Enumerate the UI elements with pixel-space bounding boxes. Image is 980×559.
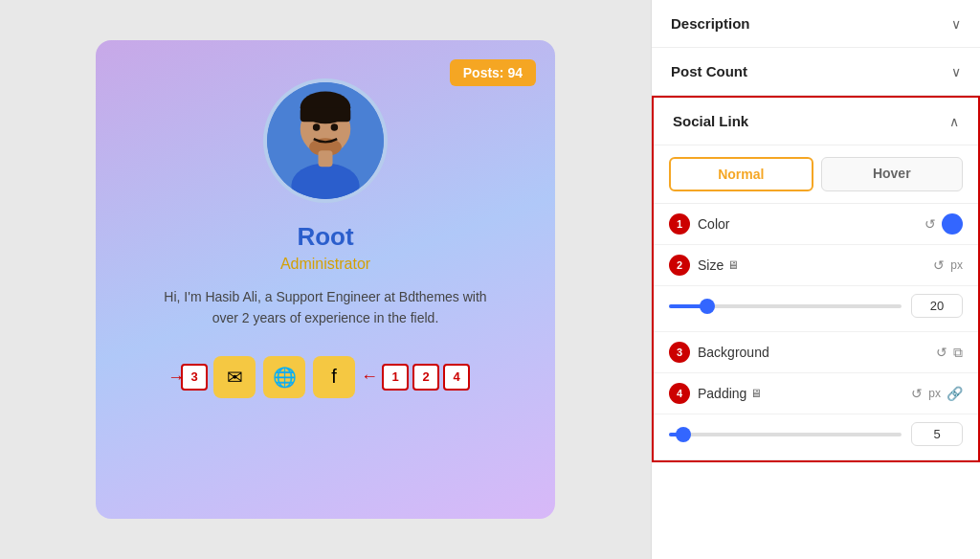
padding-reset-icon[interactable]: ↺	[911, 386, 923, 401]
post-count-chevron: ∨	[951, 64, 961, 79]
description-chevron: ∨	[951, 16, 961, 32]
social-link-section: Social Link ∧ Normal Hover 1 Color ↺ 2 S…	[652, 96, 980, 462]
background-control-actions: ↺ ⧉	[936, 345, 963, 361]
padding-unit: px	[928, 387, 941, 400]
post-count-label: Post Count	[671, 63, 747, 79]
social-link-label: Social Link	[673, 113, 748, 129]
size-slider[interactable]	[669, 297, 902, 316]
padding-monitor-icon: 🖥	[750, 387, 762, 400]
padding-control-actions: ↺ px 🔗	[911, 386, 963, 401]
post-count-section-header[interactable]: Post Count ∨	[652, 48, 980, 96]
globe-icon[interactable]: 🌐	[263, 356, 305, 398]
padding-slider-thumb[interactable]	[676, 427, 691, 442]
size-control-actions: ↺ px	[933, 257, 963, 273]
size-control-label: Size 🖥	[698, 257, 925, 273]
left-panel: Posts: 94	[0, 0, 651, 559]
padding-slider-track	[669, 433, 902, 436]
color-control-number: 1	[669, 213, 690, 235]
social-links-area: 3 → ✉ 🌐 f ← 1 2 4	[181, 356, 470, 398]
padding-slider[interactable]	[669, 425, 902, 444]
padding-control-label: Padding 🖥	[698, 386, 903, 401]
size-unit: px	[950, 258, 963, 272]
tab-hover[interactable]: Hover	[821, 157, 964, 191]
posts-badge: Posts: 94	[450, 59, 536, 86]
size-slider-track	[669, 304, 902, 308]
color-picker[interactable]	[942, 213, 963, 235]
svg-point-8	[331, 123, 339, 131]
badge-3: 3	[181, 364, 208, 391]
right-panel: Description ∨ Post Count ∨ Social Link ∧…	[651, 0, 980, 559]
facebook-icon[interactable]: f	[313, 356, 355, 398]
badge-1: 1	[382, 364, 409, 391]
padding-value-input[interactable]: 5	[911, 422, 963, 446]
padding-control-row: 4 Padding 🖥 ↺ px 🔗	[654, 373, 978, 414]
tab-row: Normal Hover	[654, 145, 978, 204]
description-section-header[interactable]: Description ∨	[652, 0, 980, 48]
padding-link-icon[interactable]: 🔗	[947, 386, 963, 401]
size-control-row: 2 Size 🖥 ↺ px	[654, 245, 978, 286]
color-control-row: 1 Color ↺	[654, 204, 978, 245]
size-slider-row: 20	[654, 286, 978, 332]
size-value-input[interactable]: 20	[911, 294, 963, 318]
description-label: Description	[671, 15, 750, 32]
size-reset-icon[interactable]: ↺	[933, 257, 945, 273]
color-reset-icon[interactable]: ↺	[924, 216, 936, 232]
profile-card: Posts: 94	[96, 40, 555, 519]
color-control-label: Color	[698, 216, 917, 232]
background-control-row: 3 Background ↺ ⧉	[654, 332, 978, 373]
background-copy-icon[interactable]: ⧉	[953, 345, 963, 361]
user-role: Administrator	[280, 256, 370, 273]
badge-2: 2	[412, 364, 439, 391]
size-slider-thumb[interactable]	[700, 299, 715, 314]
padding-slider-row: 5	[654, 414, 978, 460]
background-control-number: 3	[669, 342, 690, 363]
arrow-left-icon: ←	[361, 367, 378, 387]
size-control-number: 2	[669, 255, 690, 276]
background-control-label: Background	[698, 345, 928, 360]
svg-rect-6	[318, 150, 332, 167]
left-label-area: 3 →	[181, 364, 208, 391]
svg-point-7	[313, 123, 321, 131]
badge-4: 4	[443, 364, 470, 391]
avatar	[263, 78, 388, 203]
user-bio: Hi, I'm Hasib Ali, a Support Engineer at…	[163, 286, 488, 329]
user-name: Root	[297, 222, 353, 252]
svg-rect-3	[301, 107, 351, 122]
social-icons-row: ✉ 🌐 f	[213, 356, 355, 398]
size-monitor-icon: 🖥	[727, 258, 739, 272]
social-link-chevron: ∧	[949, 114, 959, 129]
color-control-actions: ↺	[924, 213, 963, 235]
right-numbers: ← 1 2 4	[361, 364, 470, 391]
social-link-header[interactable]: Social Link ∧	[654, 98, 978, 145]
background-reset-icon[interactable]: ↺	[936, 345, 947, 360]
email-icon[interactable]: ✉	[213, 356, 256, 398]
tab-normal[interactable]: Normal	[669, 157, 813, 191]
padding-control-number: 4	[669, 383, 690, 404]
